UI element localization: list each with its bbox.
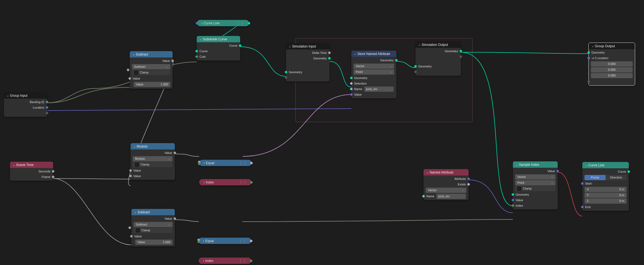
node-group-input[interactable]: ⌄Group Input Backlog (f) Location: [4, 92, 47, 117]
socket[interactable]: [173, 217, 176, 220]
output-geometry[interactable]: Geometry: [416, 48, 461, 54]
output-extend[interactable]: [4, 110, 47, 116]
socket[interactable]: [46, 101, 48, 103]
dropdown-operation[interactable]: Subtract⌄: [132, 64, 170, 69]
output-geometry[interactable]: Geometry: [351, 57, 396, 63]
output-curve[interactable]: Curve: [197, 43, 240, 48]
node-header[interactable]: ⌄Subtract: [131, 209, 175, 215]
input-index[interactable]: Index: [513, 203, 558, 208]
input-extend[interactable]: [286, 75, 329, 80]
output-geometry[interactable]: Geometry: [286, 56, 329, 61]
field-vec-y[interactable]: 0.000: [591, 67, 633, 72]
dropdown-domain[interactable]: Point⌄: [354, 69, 394, 75]
node-sample-index[interactable]: ⌄Sample Index Value Vector⌄ Point⌄ Clamp…: [513, 161, 558, 209]
node-subtract-1[interactable]: ⌄Subtract Value Subtract⌄ Clamp Value Va…: [130, 51, 173, 89]
socket[interactable]: [130, 235, 133, 238]
socket[interactable]: [52, 170, 54, 173]
socket[interactable]: [460, 50, 462, 53]
input-name[interactable]: Nameposi_rec: [351, 86, 396, 92]
input-extend[interactable]: [416, 69, 461, 75]
node-store-named-attribute[interactable]: ⌄Store Named Attribute Geometry Vector⌄ …: [351, 51, 396, 98]
socket[interactable]: [328, 57, 331, 60]
input-value-b[interactable]: Value2.000: [135, 240, 173, 245]
input-curve[interactable]: Curve: [197, 48, 240, 54]
input-cuts[interactable]: Cuts: [197, 54, 240, 59]
socket[interactable]: [581, 206, 584, 208]
field-y[interactable]: Y0 m: [585, 193, 627, 198]
node-modulo[interactable]: ⌄Modulo Value Modulo⌄ Clamp Value Value: [131, 143, 175, 180]
node-simulation-input[interactable]: ⌄Simulation Input Delta Time Geometry Ge…: [286, 43, 329, 82]
socket[interactable]: [467, 183, 470, 186]
input-geometry[interactable]: Geometry: [589, 50, 635, 55]
socket[interactable]: [285, 77, 287, 79]
output-delta-time[interactable]: Delta Time: [286, 50, 329, 56]
socket[interactable]: [511, 198, 514, 201]
socket[interactable]: [350, 88, 353, 90]
input-socket[interactable]: [197, 240, 200, 243]
input-value[interactable]: Value: [351, 92, 396, 97]
grip-icon[interactable]: ⋮⋮: [239, 259, 247, 263]
input-value-b[interactable]: Value1.000: [134, 82, 170, 87]
node-simulation-output[interactable]: ⌄Simulation Output Geometry Geometry: [416, 41, 461, 76]
output-socket[interactable]: [250, 259, 253, 262]
name-field[interactable]: posi_rec: [364, 86, 394, 92]
output-socket[interactable]: [250, 161, 253, 164]
socket[interactable]: [239, 44, 242, 47]
input-value-a[interactable]: Value: [131, 233, 175, 239]
node-equal-2[interactable]: ›Equal ⋮⋮: [199, 238, 251, 244]
socket[interactable]: [328, 52, 331, 54]
socket[interactable]: [588, 57, 590, 59]
socket[interactable]: [511, 204, 514, 207]
node-header[interactable]: ⌄Simulation Output: [416, 41, 461, 48]
input-value-a[interactable]: Value: [130, 76, 173, 81]
socket[interactable]: [467, 177, 470, 180]
output-exists[interactable]: Exists: [424, 182, 469, 187]
checkbox-clamp[interactable]: Clamp: [515, 186, 555, 191]
output-value[interactable]: Value: [131, 216, 175, 221]
node-header[interactable]: ⌄Group Output: [589, 43, 635, 49]
node-header[interactable]: ⌄Subtract: [130, 51, 173, 57]
grip-icon[interactable]: ⋮⋮: [239, 239, 247, 243]
output-curve[interactable]: Curve: [582, 169, 629, 174]
socket[interactable]: [46, 112, 48, 114]
socket[interactable]: [460, 56, 462, 58]
name-field[interactable]: posi_rec: [437, 194, 466, 199]
checkbox-clamp[interactable]: Clamp: [132, 70, 170, 75]
node-named-attribute[interactable]: ⌄Named Attribute Attribute Exists Vector…: [424, 169, 469, 200]
field-x[interactable]: X0 m: [585, 187, 627, 192]
grip-icon[interactable]: ⋮⋮: [237, 21, 245, 25]
output-backlog[interactable]: Backlog (f): [4, 99, 47, 105]
output-frame[interactable]: Frame: [10, 174, 53, 180]
socket[interactable]: [285, 71, 287, 74]
node-equal-1[interactable]: ›Equal ⋮⋮: [199, 160, 251, 166]
input-value-a[interactable]: Value: [131, 168, 175, 173]
node-curve-line-2[interactable]: ⌄Curve Line Curve PointsDirection Start:…: [582, 162, 629, 211]
input-geometry[interactable]: Geometry: [351, 75, 396, 81]
dropdown-data-type[interactable]: Vector⌄: [426, 188, 466, 193]
output-value[interactable]: Value: [131, 150, 175, 156]
input-selection[interactable]: Selection: [351, 81, 396, 86]
node-header[interactable]: ⌄Simulation Input: [286, 43, 329, 49]
node-header[interactable]: ⌄Group Input: [4, 92, 47, 99]
output-socket[interactable]: [248, 22, 250, 24]
dropdown-data-type[interactable]: Vector⌄: [354, 64, 394, 69]
mode-segment[interactable]: PointsDirection: [585, 175, 627, 180]
socket[interactable]: [350, 77, 353, 79]
node-header[interactable]: ⌄Modulo: [131, 143, 175, 149]
node-subdivide-curve[interactable]: ⌄Subdivide Curve Curve Curve Cuts: [197, 36, 240, 61]
node-header[interactable]: ⌄Named Attribute: [424, 169, 469, 175]
input-geometry[interactable]: Geometry: [416, 64, 461, 69]
node-header[interactable]: ⌄Curve Line: [582, 162, 629, 168]
field-vec-z[interactable]: 0.000: [591, 73, 633, 78]
socket[interactable]: [628, 170, 630, 173]
dropdown-domain[interactable]: Point⌄: [515, 180, 555, 185]
node-index-1[interactable]: ›Index ⋮⋮: [199, 179, 251, 185]
checkbox-clamp[interactable]: Clamp: [134, 228, 173, 233]
input-name[interactable]: Nameposi_rec: [424, 193, 469, 199]
dropdown-operation[interactable]: Modulo⌄: [133, 156, 173, 161]
seg-points[interactable]: Points: [585, 175, 606, 180]
output-socket[interactable]: [250, 239, 253, 242]
socket[interactable]: [414, 65, 417, 68]
field-vec-x[interactable]: 0.000: [591, 61, 633, 67]
output-location[interactable]: Location: [4, 105, 47, 110]
